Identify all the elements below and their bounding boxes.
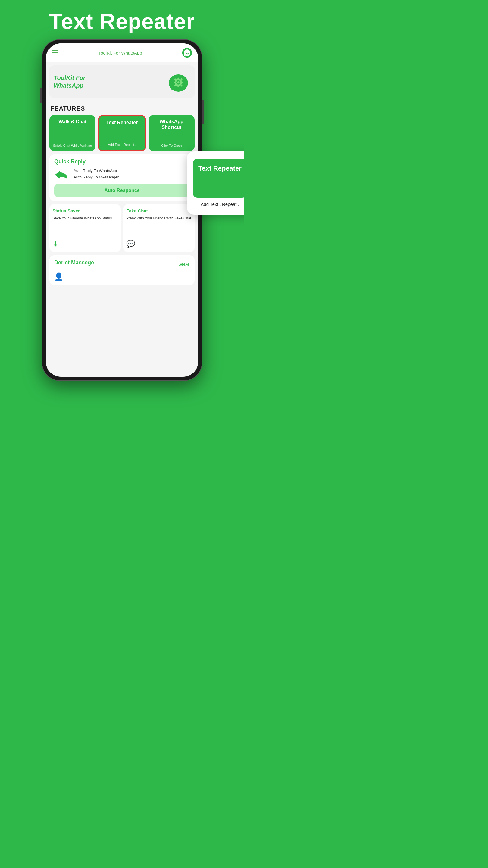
text-repeater-sub: Add Text , Repeat , — [108, 143, 136, 147]
page-title: Text Repeater — [0, 0, 244, 40]
hamburger-icon[interactable] — [52, 50, 59, 56]
fake-chat-desc: Prank With Your Friends With Fake Chat — [126, 216, 192, 221]
phone-wrapper: ToolKit For WhatsApp ToolKit For WhatsAp… — [0, 40, 244, 380]
direct-message-icon: 👤 — [54, 273, 63, 281]
phone-frame: ToolKit For WhatsApp ToolKit For WhatsAp… — [42, 40, 202, 380]
svg-rect-9 — [181, 82, 183, 83]
walk-chat-title: Walk & Chat — [59, 119, 87, 124]
banner-logo — [166, 70, 190, 94]
text-repeater-title: Text Repeater — [106, 120, 138, 125]
banner: ToolKit For WhatsApp — [49, 65, 195, 98]
features-label: FEATURES — [51, 105, 195, 112]
fake-chat-card[interactable]: Fake Chat Prank With Your Friends With F… — [123, 204, 195, 252]
reply-arrow-icon — [54, 168, 69, 180]
direct-message-section: Derict Massege SeeAll 👤 — [50, 255, 195, 285]
download-icon: ⬇ — [53, 240, 118, 248]
banner-text: ToolKit For WhatsApp — [54, 74, 114, 90]
chat-icon: 💬 — [126, 240, 192, 248]
feature-card-text-repeater[interactable]: Text Repeater Add Text , Repeat , — [98, 115, 146, 151]
quick-reply-title: Quick Reply — [54, 158, 190, 165]
reply-line1: Auto Reply To WhatsApp — [73, 168, 119, 174]
status-saver-card[interactable]: Status Saver Save Your Favorite WhatsApp… — [50, 204, 121, 252]
quick-reply-content: Auto Reply To WhatsApp Auto Reply To MAs… — [54, 168, 190, 181]
status-saver-desc: Save Your Favorite WhatsApp Status — [53, 216, 118, 221]
whatsapp-shortcut-sub: Click To Open — [161, 144, 182, 148]
auto-response-button[interactable]: Auto Responce — [54, 184, 190, 197]
direct-message-title: Derict Massege — [54, 259, 94, 266]
svg-rect-8 — [173, 82, 175, 83]
scroll-content[interactable]: FEATURES Walk & Chat Safely Chat While W… — [46, 101, 198, 377]
feature-cards-row: Walk & Chat Safely Chat While Walking Te… — [50, 115, 195, 151]
top-bar: ToolKit For WhatsApp — [46, 43, 198, 62]
quick-reply-card: Quick Reply Auto Reply To WhatsApp Auto … — [50, 154, 195, 201]
phone-screen: ToolKit For WhatsApp ToolKit For WhatsAp… — [46, 43, 198, 377]
tooltip-card: Text Repeater Add Text , Repeat , — [187, 151, 244, 215]
tooltip-title: Text Repeater — [198, 164, 241, 173]
whatsapp-shortcut-title: WhatsApp Shortcut — [151, 119, 192, 130]
reply-line2: Auto Reply To MAssenger — [73, 174, 119, 181]
tooltip-inner: Text Repeater — [193, 158, 244, 198]
svg-rect-6 — [177, 78, 179, 80]
status-saver-title: Status Saver — [53, 208, 118, 213]
svg-point-5 — [177, 82, 179, 84]
direct-message-header: Derict Massege SeeAll — [54, 259, 190, 269]
svg-rect-7 — [177, 85, 179, 87]
feature-card-walk-chat[interactable]: Walk & Chat Safely Chat While Walking — [50, 115, 96, 151]
walk-chat-sub: Safely Chat While Walking — [53, 144, 92, 148]
feature-card-whatsapp-shortcut[interactable]: WhatsApp Shortcut Click To Open — [149, 115, 195, 151]
fake-chat-title: Fake Chat — [126, 208, 192, 213]
quick-reply-text: Auto Reply To WhatsApp Auto Reply To MAs… — [73, 168, 119, 181]
tooltip-subtitle: Add Text , Repeat , — [201, 201, 239, 207]
see-all-link[interactable]: SeeAll — [178, 262, 190, 267]
bottom-features-row: Status Saver Save Your Favorite WhatsApp… — [50, 204, 195, 252]
whatsapp-icon — [182, 48, 192, 58]
page-container: Text Repeater ToolKit For WhatsApp — [0, 0, 244, 380]
app-name-label: ToolKit For WhatsApp — [98, 50, 142, 56]
